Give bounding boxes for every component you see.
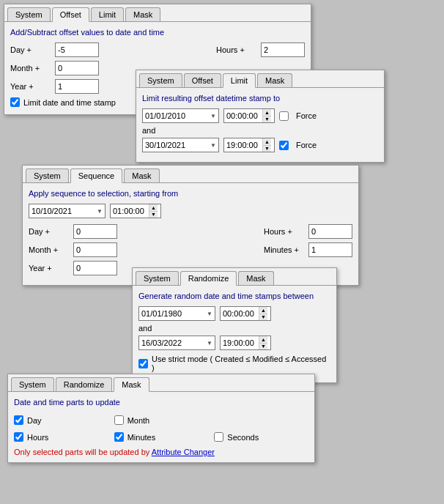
month-label: Month + [10,64,51,73]
rand-dropdown-arrow-1: ▼ [207,311,212,317]
limit-time1-down[interactable]: ▼ [263,116,271,123]
limit-date1-value: 01/01/2010 [145,111,185,120]
mask-tab-bar: System Randomize Mask [8,374,314,392]
tab-system-randomize[interactable]: System [136,271,179,285]
seq-time-wrap: ▲ ▼ [110,204,161,218]
limit-time1-input[interactable] [224,111,262,121]
limit-checkbox[interactable] [10,97,20,107]
rand-dropdown-arrow-2: ▼ [207,340,212,346]
limit-time2-wrap: ▲ ▼ [223,138,275,152]
rand-date1-dropdown[interactable]: 01/01/1980 ▼ [138,306,215,321]
attr-changer-link[interactable]: Attribute Changer [152,448,215,456]
force1-checkbox[interactable] [279,111,289,121]
hours-label: Hours + [216,45,256,54]
seq-dropdown-arrow: ▼ [97,208,103,215]
limit-time2-down[interactable]: ▼ [263,146,271,152]
seq-day-label: Day + [29,227,69,236]
limit-date2-dropdown[interactable]: 30/10/2021 ▼ [142,138,219,152]
sequence-tab-bar: System Sequence Mask [23,166,358,183]
tab-mask[interactable]: Mask [114,377,149,392]
strict-mode-label: Use strict mode ( Created ≤ Modified ≤ A… [152,355,330,372]
tab-limit-offset[interactable]: Limit [91,7,124,21]
rand-date1-value: 01/01/1980 [141,309,182,318]
mask-hours-checkbox[interactable] [14,432,23,442]
mask-day-label: Day [27,416,42,425]
limit-time1-up[interactable]: ▲ [263,109,271,116]
rand-time2-up[interactable]: ▲ [259,336,267,344]
seq-time-spinner: ▲ ▼ [149,204,158,218]
rand-date2-dropdown[interactable]: 16/03/2022 ▼ [138,336,215,350]
limit-date1-dropdown[interactable]: 01/01/2010 ▼ [142,108,219,123]
mask-note-prefix: Only selected parts will be updated by [14,448,152,456]
dropdown-arrow-1: ▼ [210,113,216,119]
mask-note: Only selected parts will be updated by A… [14,448,308,456]
tab-mask-randomize[interactable]: Mask [238,271,273,285]
limit-panel: System Offset Limit Mask Limit resulting… [136,70,385,163]
day-input[interactable] [55,42,99,57]
tab-system-offset[interactable]: System [7,7,51,21]
limit-time2-input[interactable] [224,140,262,150]
limit-time2-up[interactable]: ▲ [263,138,271,146]
tab-limit[interactable]: Limit [223,73,256,88]
rand-time1-down[interactable]: ▼ [259,314,267,321]
tab-mask-offset[interactable]: Mask [125,7,160,21]
seq-date-dropdown[interactable]: 10/10/2021 ▼ [29,204,106,218]
offset-tab-bar: System Offset Limit Mask [4,4,311,22]
seq-minutes-input[interactable] [308,242,352,257]
tab-offset[interactable]: Offset [52,7,89,22]
seq-hours-input[interactable] [308,224,352,239]
randomize-panel: System Randomize Mask Generate random da… [132,267,337,383]
year-label: Year + [10,82,51,91]
seq-time-down[interactable]: ▼ [149,212,158,218]
mask-seconds-label: Seconds [227,433,259,442]
seq-month-input[interactable] [73,242,117,257]
mask-day-checkbox[interactable] [14,415,23,425]
strict-mode-checkbox[interactable] [138,359,148,368]
seq-time-input[interactable] [111,206,149,216]
seq-year-label: Year + [29,264,69,273]
rand-time2-spinner: ▲ ▼ [259,336,267,349]
mask-minutes-label: Minutes [127,433,156,442]
mask-hours-label: Hours [27,433,48,442]
month-input[interactable] [55,61,99,75]
mask-hours-row: Hours [14,432,108,442]
force1-label: Force [296,111,317,120]
tab-system-limit[interactable]: System [139,73,182,87]
mask-month-checkbox[interactable] [114,415,124,425]
limit-time2-spinner: ▲ ▼ [262,138,271,152]
seq-year-input[interactable] [73,261,117,275]
seq-date-value: 10/10/2021 [32,207,72,215]
force2-checkbox[interactable] [279,141,289,150]
year-input[interactable] [55,79,99,94]
tab-mask-sequence[interactable]: Mask [124,168,159,182]
mask-minutes-checkbox[interactable] [114,432,124,442]
tab-system-sequence[interactable]: System [26,168,69,182]
randomize-tab-bar: System Randomize Mask [133,268,336,286]
hours-input[interactable] [261,42,305,57]
limit-checkbox-label: Limit date and time stamp [23,98,116,107]
limit-time1-spinner: ▲ ▼ [262,109,271,122]
rand-time1-input[interactable] [221,308,259,319]
tab-offset-limit[interactable]: Offset [184,73,221,87]
mask-seconds-checkbox[interactable] [214,432,223,442]
dropdown-arrow-2: ▼ [210,142,216,149]
limit-title: Limit resulting offset datetime stamp to [142,94,378,103]
tab-system-mask[interactable]: System [11,377,54,391]
tab-randomize[interactable]: Randomize [180,271,237,286]
sequence-title: Apply sequence to selection, starting fr… [29,189,352,198]
rand-time1-up[interactable]: ▲ [259,307,267,314]
mask-panel: System Randomize Mask Date and time part… [7,374,315,463]
rand-time2-input[interactable] [221,338,259,348]
tab-mask-limit[interactable]: Mask [257,73,292,87]
rand-time2-wrap: ▲ ▼ [220,336,271,350]
tab-sequence[interactable]: Sequence [70,168,123,183]
tab-randomize-mask[interactable]: Randomize [56,377,113,391]
day-label: Day + [10,45,51,54]
seq-time-up[interactable]: ▲ [149,204,158,212]
rand-time2-down[interactable]: ▼ [259,344,267,350]
seq-day-input[interactable] [73,224,117,239]
and-label-1: and [142,126,378,135]
force2-label: Force [296,141,317,149]
mask-seconds-row: Seconds [214,432,308,442]
rand-time1-spinner: ▲ ▼ [259,307,267,320]
